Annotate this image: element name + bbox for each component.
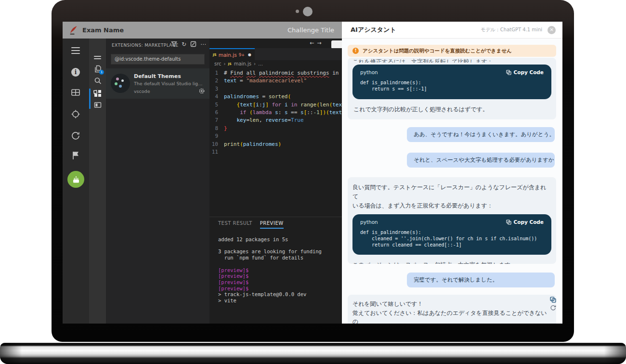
user-message: 完璧です。それで解決しました。 (407, 273, 555, 287)
code-line: 4palindromes = sorted( (209, 93, 342, 101)
unsaved-dot-icon[interactable]: ● (248, 52, 251, 57)
webcam-icon (303, 7, 313, 16)
warning-text: アシスタントは問題の説明やコードを直接読むことができません (363, 48, 512, 54)
submit-button[interactable] (67, 171, 84, 188)
extension-description: The default Visual Studio light and … (134, 81, 205, 86)
breadcrumb-file[interactable]: main.js (234, 61, 251, 66)
code-line: 6 if (lambda s: s == s[::-1])(text[i (209, 109, 342, 117)
code-line: 9 (209, 132, 342, 140)
exam-top-bar: Exam Name Challenge Title (63, 22, 342, 39)
search-icon[interactable] (93, 77, 102, 85)
assistant-header: AIアシスタント モデル：ChatGPT 4.1 mini × (342, 22, 562, 39)
js-file-icon-small: JS (228, 62, 232, 66)
tab-test-result[interactable]: TEST RESULT (218, 221, 252, 229)
terminal-line: [preview]$ (218, 286, 340, 292)
extension-list-item[interactable]: Default Themes The default Visual Studio… (106, 68, 209, 99)
code-language-label: python (360, 69, 378, 75)
editor-tab-bar: JS main.js 9+ ● (209, 48, 342, 60)
copy-icon (506, 70, 511, 75)
top-bar: Exam Name Challenge Title AIアシスタント モデル：C… (63, 22, 562, 39)
assistant-message-block: それを聞いて嬉しいです！ 覚えておいてください：私はあなたのエディタを直接見るこ… (348, 295, 556, 324)
model-label: モデル：ChatGPT 4.1 mini (481, 26, 542, 33)
camera-indicator-dot (296, 10, 299, 13)
info-icon[interactable]: i (71, 67, 80, 77)
code-snippet: def is_palindrome(s): return s == s[::-1… (360, 79, 544, 92)
sidebar-actions: ↻ ⋯ (171, 41, 207, 48)
terminal-output[interactable]: added 12 packages in 5s 3 packages are l… (218, 236, 340, 324)
copy-code-label: Copy Code (514, 69, 544, 75)
explorer-icon[interactable]: 1 (93, 65, 102, 73)
copy-message-icon[interactable] (550, 297, 556, 303)
challenge-title: Challenge Title (287, 26, 334, 34)
assistant-message-block: これを修正するには、文字列を反転して比較します： python Copy Cod… (348, 58, 556, 119)
code-snippet: def is_palindrome(s): cleaned = ''.join(… (360, 229, 544, 248)
breadcrumb-src[interactable]: src (214, 61, 222, 66)
js-file-icon: JS (213, 53, 217, 57)
terminal-line (218, 261, 340, 267)
gear-icon[interactable] (198, 88, 205, 94)
breadcrumb-symbol[interactable]: … (258, 61, 263, 66)
extension-publisher: vscode (134, 89, 150, 94)
table-icon[interactable] (71, 88, 80, 97)
code-card: python Copy Code def is_palindrome(s): c… (352, 214, 551, 255)
copy-code-button[interactable]: Copy Code (506, 69, 544, 75)
tab-preview[interactable]: PREVIEW (260, 221, 284, 229)
tab-main-js[interactable]: JS main.js 9+ ● (209, 48, 255, 60)
laptop-mockup: Exam Name Challenge Title AIアシスタント モデル：C… (0, 0, 626, 364)
terminal-line: added 12 packages in 5s (218, 236, 340, 243)
extensions-sidebar: EXTENSIONS: MARKETPLACE ↻ ⋯ (106, 39, 209, 324)
warning-icon: ! (352, 48, 359, 54)
terminal-line: run `npm fund` for details (218, 255, 340, 261)
exam-tool-rail: i (63, 39, 89, 324)
assistant-message-text: 良い質問です。テストケースに「レースカー」のようなフレーズが含まれて いる場合は… (352, 183, 551, 210)
menu-icon[interactable] (71, 46, 80, 55)
extensions-search-input[interactable]: @id:vscode.theme-defaults (111, 54, 205, 65)
copy-code-label: Copy Code (514, 219, 544, 225)
code-line: 8} (209, 125, 342, 132)
code-editor[interactable]: ←→ JS main.js 9+ ● src › JS main (209, 39, 342, 217)
sidebar-header: EXTENSIONS: MARKETPLACE (112, 43, 178, 48)
copy-icon (506, 220, 511, 225)
code-line: 3 (209, 85, 342, 93)
clipped-message-text: これを修正するには、文字列を反転して比較します： (348, 58, 556, 63)
extensions-icon[interactable] (93, 90, 102, 98)
more-icon[interactable]: ⋯ (200, 41, 207, 48)
code-language-label: python (360, 219, 378, 225)
user-message: ああ、そうですね！今はうまくいきます。ありがとう。 (407, 127, 555, 142)
brand-feather-icon (69, 25, 78, 36)
preview-icon[interactable] (93, 101, 102, 109)
code-line: 2text = "madamracecarlevel" (209, 77, 342, 85)
code-card: python Copy Code def is_palindrome(s): r… (352, 65, 551, 99)
terminal-line: [preview]$ (218, 273, 340, 279)
breadcrumb[interactable]: src › JS main.js › … (214, 61, 263, 66)
nav-back-icon[interactable]: ← (310, 40, 317, 46)
copy-code-button[interactable]: Copy Code (506, 219, 544, 225)
assistant-message-block: 良い質問です。テストケースに「レースカー」のようなフレーズが含まれて いる場合は… (348, 177, 556, 264)
regenerate-icon[interactable] (550, 305, 556, 311)
filter-icon[interactable] (171, 41, 178, 48)
find-widget[interactable] (331, 40, 342, 49)
theme-palette-icon (111, 74, 130, 93)
tab-filename: main.js (219, 52, 237, 58)
terminal-line (218, 243, 340, 249)
screen: Exam Name Challenge Title AIアシスタント モデル：C… (63, 22, 562, 324)
chevron-right-icon: › (224, 61, 226, 66)
editor-code[interactable]: 1# Find all palindromic substrings in a2… (209, 69, 342, 217)
nav-forward-icon[interactable]: → (317, 40, 324, 46)
assistant-title: AIアシスタント (351, 26, 396, 34)
tab-problems-badge: 9+ (239, 52, 245, 57)
assistant-chat[interactable]: ! アシスタントは問題の説明やコードを直接読むことができません これを修正するに… (342, 39, 562, 324)
history-icon[interactable] (71, 131, 80, 141)
flag-icon[interactable] (71, 151, 80, 160)
terminal-line: > track-js-template@0.0.0 dev (218, 291, 340, 298)
refresh-icon[interactable]: ↻ (181, 41, 187, 48)
activity-bar: 1 (89, 39, 106, 324)
target-icon[interactable] (71, 109, 80, 119)
vscode-menu-icon[interactable] (93, 53, 102, 62)
explorer-badge: 1 (99, 70, 104, 75)
terminal-line: > vite (218, 298, 340, 304)
assistant-message-text: それを聞いて嬉しいです！ 覚えておいてください：私はあなたのエディタを直接見るこ… (352, 299, 551, 324)
close-icon[interactable]: × (548, 26, 556, 34)
clear-icon[interactable] (190, 41, 197, 48)
extension-name: Default Themes (134, 73, 181, 79)
